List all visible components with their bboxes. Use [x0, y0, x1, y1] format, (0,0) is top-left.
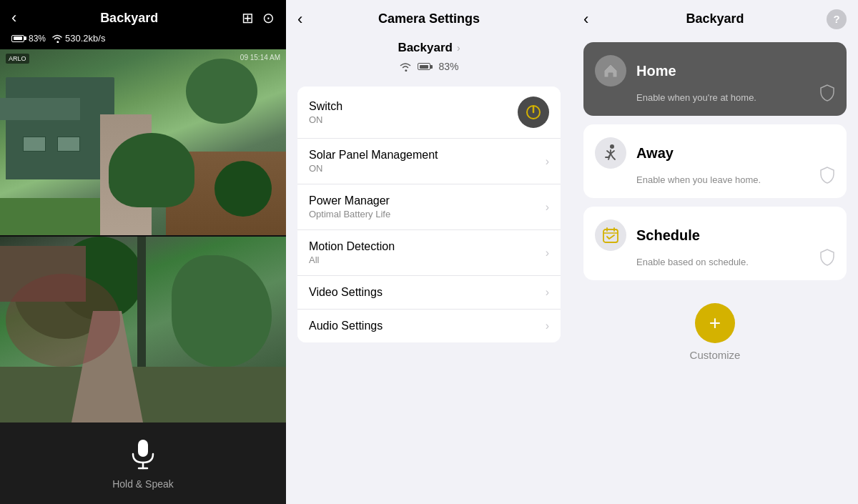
device-chevron: ›: [457, 42, 460, 54]
settings-back-button[interactable]: ‹: [297, 10, 302, 29]
mode-cards: Home Enable when you're at home.: [572, 34, 858, 289]
help-button[interactable]: ?: [827, 9, 847, 29]
camera-title: Backyard: [16, 11, 242, 26]
customize-add-button[interactable]: +: [695, 303, 735, 343]
solar-subtitle: ON: [309, 163, 438, 174]
audio-chevron: ›: [546, 320, 549, 332]
camera-controls: Hold & Speak: [0, 423, 286, 504]
status-bar: 83% 530.2kb/s: [0, 31, 286, 49]
svg-rect-0: [138, 440, 148, 457]
device-wifi-icon: [399, 62, 412, 71]
mode-card-home[interactable]: Home Enable when you're at home.: [583, 42, 847, 116]
home-shield-icon: [819, 84, 835, 106]
camera-panel: ‹ Backyard ⊞ ⊙ 83% 530.2kb/s: [0, 0, 286, 504]
away-shield-icon: [819, 167, 835, 188]
away-mode-desc: Enable when you leave home.: [636, 174, 835, 185]
home-mode-title: Home: [636, 63, 676, 79]
settings-item-solar[interactable]: Solar Panel Management ON ›: [297, 139, 561, 184]
power-manager-title: Power Manager: [309, 194, 390, 207]
customize-label: Customize: [690, 349, 741, 361]
away-mode-title: Away: [636, 145, 674, 162]
header-icons: ⊞ ⊙: [242, 9, 275, 26]
settings-title: Camera Settings: [378, 11, 480, 26]
power-button[interactable]: [518, 97, 549, 128]
schedule-mode-title: Schedule: [636, 227, 700, 244]
back-icon[interactable]: ‹: [11, 9, 16, 27]
schedule-mode-desc: Enable based on schedule.: [636, 257, 835, 267]
svg-rect-6: [603, 229, 618, 242]
mode-back-button[interactable]: ‹: [583, 10, 588, 29]
hold-speak-label: Hold & Speak: [112, 478, 174, 490]
device-battery-percent: 83%: [438, 61, 458, 72]
settings-panel: ‹ Camera Settings Backyard › 83%: [286, 0, 572, 504]
settings-item-audio[interactable]: Audio Settings ›: [297, 310, 561, 342]
power-manager-chevron: ›: [546, 201, 549, 214]
schedule-shield-icon: [819, 249, 835, 270]
mode-card-schedule[interactable]: Schedule Enable based on schedule.: [583, 207, 847, 280]
settings-item-motion[interactable]: Motion Detection All ›: [297, 230, 561, 276]
camera-feed-bottom[interactable]: [0, 235, 286, 423]
camera-header: ‹ Backyard ⊞ ⊙: [0, 0, 286, 31]
settings-item-switch[interactable]: Switch ON: [297, 87, 561, 139]
power-manager-subtitle: Optimal Battery Life: [309, 209, 390, 219]
mode-panel: ‹ Backyard ? Home Enable when you're at …: [572, 0, 858, 504]
solar-title: Solar Panel Management: [309, 149, 438, 162]
switch-subtitle: ON: [309, 114, 342, 125]
away-mode-icon: [595, 137, 626, 169]
home-mode-desc: Enable when you're at home.: [636, 92, 835, 103]
settings-list: Switch ON Solar Panel Management ON ›: [297, 87, 561, 342]
camera-feed-top[interactable]: ARLO 09 15:14 AM: [0, 49, 286, 235]
mode-header: ‹ Backyard ?: [572, 0, 858, 34]
motion-title: Motion Detection: [309, 240, 395, 253]
schedule-mode-icon: [595, 219, 626, 251]
timestamp-top: 09 15:14 AM: [240, 54, 280, 61]
settings-item-video[interactable]: Video Settings ›: [297, 276, 561, 310]
power-icon: [526, 104, 541, 120]
video-chevron: ›: [546, 286, 549, 299]
battery-status: 83%: [11, 34, 46, 44]
solar-chevron: ›: [546, 155, 549, 168]
calendar-icon[interactable]: ⊞: [242, 9, 254, 26]
wifi-status: 530.2kb/s: [51, 33, 105, 44]
device-battery-icon: [418, 63, 433, 70]
settings-header: ‹ Camera Settings: [286, 0, 572, 34]
settings-item-power-manager[interactable]: Power Manager Optimal Battery Life ›: [297, 184, 561, 230]
device-status-row: 83%: [399, 61, 458, 72]
audio-title: Audio Settings: [309, 320, 383, 332]
device-info: Backyard › 83%: [286, 34, 572, 87]
device-name-row: Backyard ›: [398, 41, 460, 55]
motion-subtitle: All: [309, 255, 395, 265]
switch-title: Switch: [309, 100, 342, 113]
battery-icon: [11, 35, 26, 42]
device-name: Backyard: [398, 41, 453, 55]
shield-icon[interactable]: ⊙: [262, 9, 275, 26]
motion-chevron: ›: [546, 247, 549, 260]
customize-section: + Customize: [572, 289, 858, 375]
mode-card-away[interactable]: Away Enable when you leave home.: [583, 124, 847, 198]
mic-button[interactable]: [124, 435, 162, 473]
svg-point-5: [610, 144, 614, 149]
camera-feeds: ARLO 09 15:14 AM: [0, 49, 286, 423]
feed-label-top: ARLO: [6, 54, 29, 64]
home-mode-icon: [595, 55, 626, 87]
video-title: Video Settings: [309, 286, 383, 299]
mode-title: Backyard: [686, 11, 744, 26]
